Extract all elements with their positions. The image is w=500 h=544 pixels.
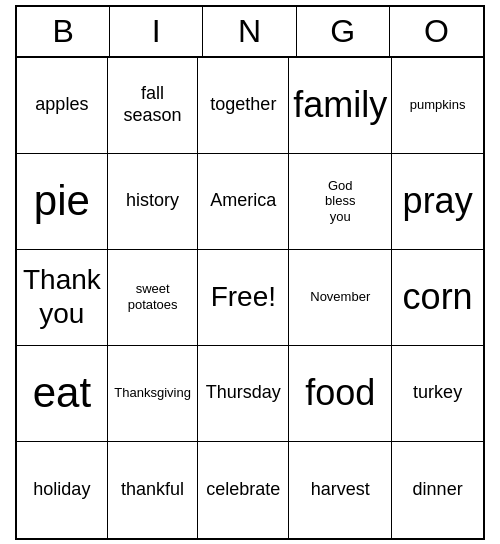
bingo-cell: pray <box>392 154 483 250</box>
bingo-cell: family <box>289 58 392 154</box>
bingo-cell: corn <box>392 250 483 346</box>
header-letter: I <box>110 7 203 56</box>
bingo-cell: turkey <box>392 346 483 442</box>
bingo-cell: eat <box>17 346 108 442</box>
cell-text: pumpkins <box>410 97 466 113</box>
bingo-cell: dinner <box>392 442 483 538</box>
bingo-cell: pie <box>17 154 108 250</box>
cell-text: eat <box>33 368 91 418</box>
bingo-header: BINGO <box>17 7 483 58</box>
bingo-cell: Thursday <box>198 346 289 442</box>
cell-text: harvest <box>311 479 370 501</box>
cell-text: celebrate <box>206 479 280 501</box>
header-letter: B <box>17 7 110 56</box>
cell-text: Godblessyou <box>325 178 355 225</box>
cell-text: pie <box>34 176 90 226</box>
cell-text: November <box>310 289 370 305</box>
cell-text: Thursday <box>206 382 281 404</box>
cell-text: Thankyou <box>23 263 101 330</box>
cell-text: Free! <box>211 280 276 314</box>
cell-text: holiday <box>33 479 90 501</box>
cell-text: history <box>126 190 179 212</box>
header-letter: O <box>390 7 483 56</box>
cell-text: fallseason <box>124 83 182 126</box>
cell-text: sweetpotatoes <box>128 281 178 312</box>
bingo-cell: Thanksgiving <box>108 346 199 442</box>
bingo-cell: harvest <box>289 442 392 538</box>
cell-text: thankful <box>121 479 184 501</box>
bingo-cell: Godblessyou <box>289 154 392 250</box>
bingo-cell: food <box>289 346 392 442</box>
bingo-cell: apples <box>17 58 108 154</box>
cell-text: pray <box>403 179 473 222</box>
bingo-cell: together <box>198 58 289 154</box>
cell-text: turkey <box>413 382 462 404</box>
cell-text: Thanksgiving <box>114 385 191 401</box>
bingo-cell: sweetpotatoes <box>108 250 199 346</box>
cell-text: America <box>210 190 276 212</box>
bingo-cell: thankful <box>108 442 199 538</box>
bingo-cell: America <box>198 154 289 250</box>
header-letter: N <box>203 7 296 56</box>
cell-text: together <box>210 94 276 116</box>
bingo-cell: holiday <box>17 442 108 538</box>
bingo-cell: fallseason <box>108 58 199 154</box>
bingo-cell: November <box>289 250 392 346</box>
bingo-card: BINGO applesfallseasontogetherfamilypump… <box>15 5 485 540</box>
header-letter: G <box>297 7 390 56</box>
bingo-grid: applesfallseasontogetherfamilypumpkinspi… <box>17 58 483 538</box>
bingo-cell: history <box>108 154 199 250</box>
cell-text: food <box>305 371 375 414</box>
bingo-cell: pumpkins <box>392 58 483 154</box>
bingo-cell: Thankyou <box>17 250 108 346</box>
cell-text: apples <box>35 94 88 116</box>
bingo-cell: Free! <box>198 250 289 346</box>
bingo-cell: celebrate <box>198 442 289 538</box>
cell-text: corn <box>403 275 473 318</box>
cell-text: dinner <box>413 479 463 501</box>
cell-text: family <box>293 83 387 126</box>
